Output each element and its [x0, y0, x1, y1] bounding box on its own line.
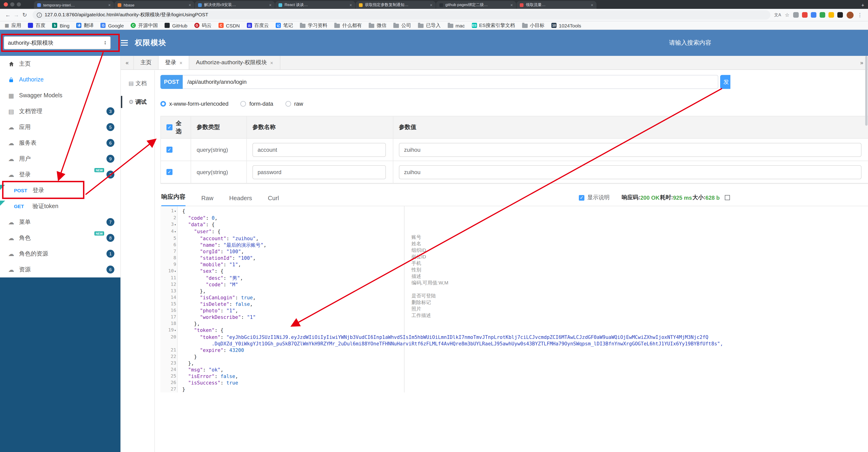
bookmark-item-7[interactable]: G码云 — [194, 22, 212, 29]
bookmark-item-10[interactable]: 记笔记 — [276, 22, 293, 29]
response-tab-3[interactable]: Curl — [268, 195, 279, 206]
bookmark-item-13[interactable]: 微信 — [369, 22, 386, 29]
sidebar-item-home[interactable]: 主页 — [0, 56, 120, 72]
bookmark-item-16[interactable]: mac — [448, 23, 465, 28]
row-checkbox[interactable]: ✓ — [166, 169, 173, 175]
sidebar-item-verify-token-get[interactable]: GET验证token — [0, 198, 120, 214]
module-select[interactable]: authority-权限模块 ▲▼ — [4, 36, 111, 49]
header-search-placeholder[interactable]: 请输入搜索内容 — [669, 39, 711, 47]
fold-icon[interactable]: ▾ — [174, 329, 176, 332]
sidebar-item-swagger-models[interactable]: ▦Swagger Models — [0, 87, 120, 103]
window-maximize-button[interactable] — [17, 2, 21, 6]
sidebar-item-app[interactable]: ☁应用5 — [0, 119, 120, 135]
browser-tab-2[interactable]: 解决使用c9安装…× — [195, 1, 275, 9]
sidebar-item-user[interactable]: ☁用户9 — [0, 151, 120, 167]
browser-tab-3[interactable]: React 谈谈…× — [275, 1, 355, 9]
param-value-input[interactable] — [399, 165, 862, 179]
param-name-input[interactable] — [252, 165, 386, 179]
content-tab-0[interactable]: 主页 — [133, 56, 158, 69]
scrollbar-thumb[interactable] — [865, 56, 868, 126]
fold-icon[interactable]: ▾ — [174, 270, 176, 273]
address-bar[interactable]: i 127.0.0.1:8760/api/gate/doc.html#/auth… — [33, 10, 770, 20]
page-scrollbar[interactable] — [865, 56, 868, 452]
profile-avatar[interactable] — [847, 11, 854, 19]
tabs-scroll-left-icon[interactable]: « — [121, 59, 133, 66]
browser-tab-6[interactable]: 领取流量…× — [517, 1, 596, 9]
bookmark-item-5[interactable]: C开源中国 — [131, 22, 158, 29]
fold-icon[interactable]: ▾ — [174, 223, 176, 227]
content-type-radio-2[interactable]: raw — [285, 101, 303, 107]
extension-icon-1[interactable] — [802, 12, 808, 18]
sidebar-item-login-post[interactable]: POST登录 — [0, 182, 120, 198]
tab-close-icon[interactable]: × — [108, 3, 111, 7]
translate-icon[interactable]: 文A — [774, 12, 781, 18]
param-name-input[interactable] — [252, 143, 386, 157]
fold-icon[interactable]: ▾ — [174, 230, 176, 234]
sidebar-item-doc-manage[interactable]: ▤文档管理3 — [0, 103, 120, 119]
param-value-input[interactable] — [399, 143, 862, 157]
tab-close-icon[interactable]: × — [180, 60, 183, 65]
browser-menu-icon[interactable]: ⋮ — [857, 12, 862, 18]
tab-doc[interactable]: ▤ 文档 — [121, 74, 154, 93]
sidebar-item-role-resource[interactable]: ☁角色的资源1 — [0, 246, 120, 262]
window-minimize-button[interactable] — [10, 2, 14, 6]
extension-icon-5[interactable] — [837, 12, 843, 18]
response-tab-0[interactable]: 响应内容 — [161, 193, 186, 206]
bookmark-star-icon[interactable]: ☆ — [785, 12, 789, 18]
extension-icon-0[interactable] — [793, 12, 799, 18]
content-tab-1[interactable]: 登录× — [158, 56, 189, 69]
row-checkbox[interactable]: ✓ — [166, 147, 173, 153]
show-description-checkbox[interactable]: ✓ — [579, 195, 585, 200]
tab-debug[interactable]: ⚙ 调试 — [121, 93, 154, 111]
request-path-input[interactable]: /api/authority/anno/login — [183, 75, 718, 89]
tab-close-icon[interactable]: × — [591, 3, 593, 7]
bookmark-item-6[interactable]: GitHub — [165, 23, 187, 28]
bookmark-item-8[interactable]: CCSDN — [218, 23, 240, 28]
bookmark-item-19[interactable]: 101024Tools — [551, 23, 581, 28]
browser-tab-0[interactable]: temporary-interi…× — [34, 1, 114, 9]
sidebar-item-authorize[interactable]: Authorize — [0, 72, 120, 87]
send-button[interactable]: 发 — [720, 75, 731, 89]
browser-tab-5[interactable]: github pages绑定二级…× — [436, 1, 516, 9]
tab-close-icon[interactable]: × — [510, 3, 513, 7]
bookmark-item-14[interactable]: 公司 — [394, 22, 411, 29]
bookmark-item-3[interactable]: 译翻译 — [76, 22, 94, 29]
tab-close-icon[interactable]: × — [269, 3, 272, 7]
content-tab-2[interactable]: Authorize-authority-权限模块× — [189, 56, 280, 69]
window-close-button[interactable] — [4, 2, 8, 6]
response-body-editor[interactable]: 1▾{2 "code": 0,3▾ "data": {4▾ "user": {5… — [160, 206, 868, 392]
fold-icon[interactable]: ▾ — [174, 209, 176, 213]
browser-tab-4[interactable]: 获取指定参数复制通知…× — [356, 1, 436, 9]
menu-toggle-icon[interactable] — [121, 43, 128, 43]
bookmark-item-18[interactable]: 小目标 — [522, 22, 545, 29]
bookmark-item-9[interactable]: 云百度云 — [247, 22, 269, 29]
bookmark-item-4[interactable]: GGoogle — [101, 23, 124, 28]
tab-close-icon[interactable]: × — [430, 3, 432, 7]
bookmark-item-12[interactable]: 什么都有 — [335, 22, 362, 29]
extension-icon-4[interactable] — [829, 12, 834, 18]
sidebar-item-resource[interactable]: ☁资源6 — [0, 262, 120, 277]
bookmark-item-17[interactable]: ESES搜索引擎文档 — [472, 22, 515, 29]
sidebar-item-login[interactable]: ☁登录NEW2 — [0, 167, 120, 182]
bookmark-item-0[interactable]: ▦应用 — [5, 22, 21, 29]
content-type-radio-1[interactable]: form-data — [241, 101, 273, 107]
reload-button[interactable]: ↻ — [21, 12, 29, 18]
sidebar-item-service-table[interactable]: ☁服务表6 — [0, 135, 120, 151]
bookmark-item-15[interactable]: 已导入 — [418, 22, 441, 29]
bookmark-item-2[interactable]: bBing — [52, 23, 69, 28]
content-type-radio-0[interactable]: x-www-form-urlencoded — [160, 101, 228, 107]
sidebar-item-menu[interactable]: ☁菜单7 — [0, 214, 120, 230]
tab-close-icon[interactable]: × — [270, 60, 273, 65]
site-info-icon[interactable]: i — [37, 12, 42, 18]
new-tab-button[interactable]: + — [861, 2, 864, 8]
tab-close-icon[interactable]: × — [349, 3, 352, 7]
response-tab-2[interactable]: Headers — [229, 195, 252, 206]
sidebar-item-role[interactable]: ☁角色NEW8 — [0, 230, 120, 246]
response-tab-1[interactable]: Raw — [201, 195, 213, 206]
forward-button[interactable]: → — [12, 12, 21, 18]
tab-close-icon[interactable]: × — [188, 3, 191, 7]
bookmark-item-1[interactable]: 百度 — [28, 22, 45, 29]
back-button[interactable]: ← — [4, 12, 12, 18]
extension-icon-2[interactable] — [811, 12, 816, 18]
select-all-checkbox[interactable]: ✓ — [166, 124, 173, 130]
